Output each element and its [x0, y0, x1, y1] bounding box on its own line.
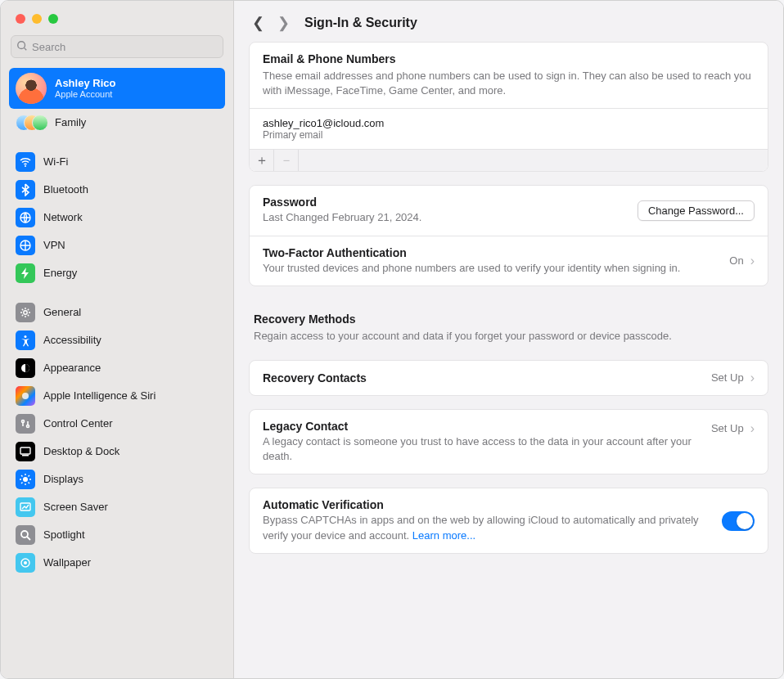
auto-verification-row: Automatic Verification Bypass CAPTCHAs i… — [250, 488, 768, 552]
sidebar-item-wifi[interactable]: Wi-Fi — [9, 148, 225, 176]
email-sub: Primary email — [263, 129, 755, 141]
sidebar-item-label: Wi-Fi — [43, 155, 68, 169]
screen-saver-icon — [16, 497, 35, 517]
recovery-contacts-card: Recovery Contacts Set Up › — [249, 360, 768, 396]
sidebar-item-screen-saver[interactable]: Screen Saver — [9, 493, 225, 521]
svg-point-5 — [24, 311, 27, 314]
email-section-desc: These email addresses and phone numbers … — [263, 69, 755, 98]
autoverify-desc-text: Bypass CAPTCHAs in apps and on the web b… — [263, 514, 699, 541]
sidebar-item-label: Appearance — [43, 362, 101, 375]
legacy-title: Legacy Contact — [263, 420, 701, 433]
accessibility-icon — [16, 331, 35, 350]
sidebar-item-vpn[interactable]: VPN — [9, 232, 225, 259]
chevron-right-icon: › — [750, 254, 755, 268]
twofa-title: Two-Factor Authentication — [263, 246, 719, 259]
spotlight-icon — [16, 525, 35, 545]
email-value: ashley_rico1@icloud.com — [263, 117, 755, 129]
sidebar-item-label: Bluetooth — [43, 183, 88, 196]
control-center-icon — [16, 414, 35, 434]
svg-point-10 — [27, 425, 29, 428]
energy-icon — [16, 263, 35, 283]
search-icon — [16, 40, 28, 54]
sidebar-item-label: Energy — [43, 267, 77, 280]
chevron-right-icon: › — [750, 371, 755, 385]
sidebar: Ashley Rico Apple Account Family Wi-Fi B… — [1, 1, 234, 678]
search-input[interactable] — [32, 41, 218, 53]
password-title: Password — [263, 196, 628, 209]
legacy-contact-card: Legacy Contact A legacy contact is someo… — [249, 409, 768, 474]
family-avatars-icon — [16, 113, 47, 133]
network-icon — [16, 208, 35, 227]
learn-more-link[interactable]: Learn more... — [412, 529, 475, 542]
svg-point-8 — [22, 393, 29, 399]
nav-back-button[interactable]: ❮ — [252, 14, 264, 32]
sidebar-item-family[interactable]: Family — [9, 109, 225, 137]
recovery-head-title: Recovery Methods — [254, 299, 764, 326]
sidebar-item-bluetooth[interactable]: Bluetooth — [9, 176, 225, 204]
search-field[interactable] — [11, 35, 223, 58]
legacy-desc: A legacy contact is someone you trust to… — [263, 434, 701, 464]
window: Ashley Rico Apple Account Family Wi-Fi B… — [0, 0, 784, 679]
autoverify-title: Automatic Verification — [263, 498, 712, 511]
sidebar-item-label: Spotlight — [43, 528, 85, 542]
sidebar-item-general[interactable]: General — [9, 299, 225, 326]
close-window-button[interactable] — [16, 14, 25, 24]
sidebar-item-label: Apple Intelligence & Siri — [43, 389, 155, 402]
email-phone-card: Email & Phone Numbers These email addres… — [249, 42, 768, 172]
sidebar-item-spotlight[interactable]: Spotlight — [9, 521, 225, 549]
sidebar-item-label: VPN — [43, 239, 65, 252]
autoverify-desc: Bypass CAPTCHAs in apps and on the web b… — [263, 513, 712, 542]
legacy-contact-row[interactable]: Legacy Contact A legacy contact is someo… — [250, 410, 768, 474]
minimize-window-button[interactable] — [32, 14, 42, 24]
sidebar-item-apple-account[interactable]: Ashley Rico Apple Account — [9, 68, 225, 109]
svg-point-0 — [18, 41, 25, 48]
auto-verification-card: Automatic Verification Bypass CAPTCHAs i… — [249, 488, 768, 553]
sidebar-item-displays[interactable]: Displays — [9, 465, 225, 493]
svg-rect-12 — [22, 455, 29, 456]
page-title: Sign-In & Security — [304, 16, 417, 30]
sidebar-item-label: Family — [55, 116, 86, 129]
legacy-action: Set Up — [711, 422, 744, 434]
sidebar-item-label: Accessibility — [43, 334, 101, 347]
svg-point-9 — [22, 420, 25, 423]
sidebar-item-appearance[interactable]: Appearance — [9, 354, 225, 382]
password-row: Password Last Changed February 21, 2024.… — [250, 186, 768, 235]
zoom-window-button[interactable] — [48, 14, 58, 24]
displays-icon — [16, 470, 35, 489]
avatar — [16, 73, 47, 104]
sidebar-item-siri[interactable]: Apple Intelligence & Siri — [9, 382, 225, 410]
account-sub: Apple Account — [55, 89, 115, 100]
sidebar-item-wallpaper[interactable]: Wallpaper — [9, 549, 225, 577]
siri-icon — [16, 386, 35, 406]
email-section-title: Email & Phone Numbers — [263, 52, 755, 65]
sidebar-item-accessibility[interactable]: Accessibility — [9, 326, 225, 354]
password-2fa-card: Password Last Changed February 21, 2024.… — [249, 185, 768, 286]
chevron-right-icon: › — [750, 421, 755, 436]
remove-button: － — [274, 150, 299, 171]
sidebar-item-desktop-dock[interactable]: Desktop & Dock — [9, 438, 225, 465]
sidebar-item-energy[interactable]: Energy — [9, 259, 225, 287]
recovery-section-header: Recovery Methods Regain access to your a… — [249, 299, 768, 347]
svg-point-6 — [25, 335, 27, 338]
svg-point-17 — [24, 561, 27, 564]
bluetooth-icon — [16, 180, 35, 200]
svg-point-2 — [25, 165, 26, 167]
main-content: ❮ ❯ Sign-In & Security Email & Phone Num… — [234, 1, 783, 678]
wallpaper-icon — [16, 553, 35, 573]
recovery-contacts-row[interactable]: Recovery Contacts Set Up › — [250, 361, 768, 395]
change-password-button[interactable]: Change Password... — [638, 200, 755, 221]
auto-verification-toggle[interactable] — [722, 511, 755, 531]
appearance-icon — [16, 358, 35, 378]
sidebar-item-label: General — [43, 306, 81, 319]
sidebar-item-label: Wallpaper — [43, 556, 91, 569]
sidebar-item-control-center[interactable]: Control Center — [9, 410, 225, 438]
nav-forward-button: ❯ — [277, 14, 290, 32]
add-remove-bar: ＋ － — [250, 149, 768, 171]
sidebar-item-label: Screen Saver — [43, 501, 108, 514]
email-entry-row[interactable]: ashley_rico1@icloud.com Primary email — [250, 109, 768, 149]
twofa-row[interactable]: Two-Factor Authentication Your trusted d… — [250, 236, 768, 286]
sidebar-item-label: Displays — [43, 473, 83, 486]
sidebar-item-network[interactable]: Network — [9, 204, 225, 232]
password-desc: Last Changed February 21, 2024. — [263, 210, 628, 225]
add-button[interactable]: ＋ — [250, 150, 274, 171]
